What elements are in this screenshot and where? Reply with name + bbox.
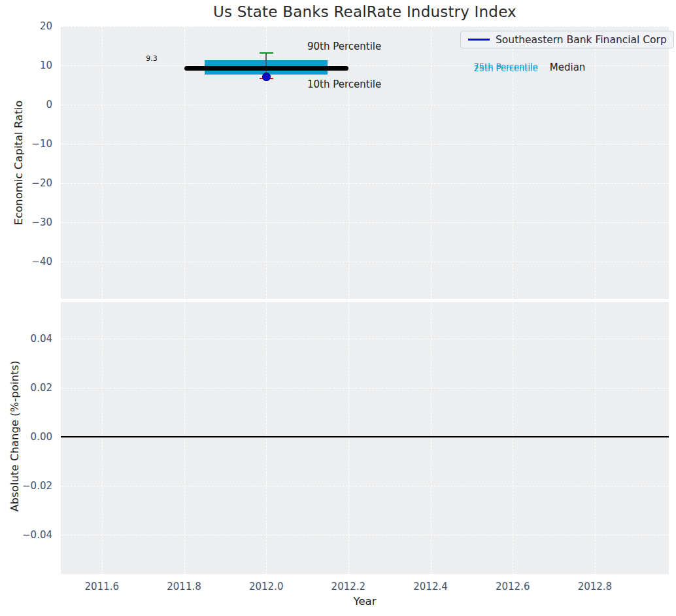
- annotation-90th-percentile: 90th Percentile: [307, 41, 381, 52]
- annotation-median: Median: [550, 61, 586, 73]
- grid-line-vertical: [102, 26, 103, 299]
- x-tick-label: 2012.8: [578, 581, 613, 592]
- legend: Southeastern Bank Financial Corp: [460, 31, 674, 48]
- y-tick-label: 0.02: [31, 382, 52, 394]
- grid-line-vertical: [431, 302, 431, 574]
- figure: Us State Banks RealRate Industry Index E…: [0, 0, 676, 616]
- grid-line-vertical: [595, 26, 596, 299]
- grid-line-vertical: [595, 302, 596, 574]
- grid-line-horizontal: [61, 222, 669, 223]
- y-tick-label: 0: [46, 99, 52, 111]
- chart-title: Us State Banks RealRate Industry Index: [61, 3, 669, 20]
- y-axis-label-bottom: Absolute Change (%-points): [8, 361, 21, 512]
- company-marker-dot: [262, 73, 271, 81]
- y-tick-label: −30: [31, 216, 52, 228]
- x-tick-label: 2011.8: [167, 581, 201, 592]
- zero-line: [61, 436, 669, 437]
- grid-line-vertical: [184, 302, 185, 574]
- grid-line-vertical: [513, 302, 513, 574]
- grid-line-horizontal: [61, 535, 669, 536]
- grid-line-horizontal: [61, 105, 669, 105]
- y-tick-label: −0.02: [22, 480, 52, 492]
- y-tick-label: 0.04: [31, 333, 52, 345]
- grid-line-horizontal: [61, 183, 669, 184]
- whisker-cap-90th: [260, 52, 273, 54]
- median-line: [184, 66, 348, 71]
- legend-line-sample: [468, 39, 490, 41]
- grid-line-vertical: [348, 302, 349, 574]
- bottom-subplot: [61, 302, 669, 574]
- annotation-10th-percentile: 10th Percentile: [307, 78, 381, 90]
- y-tick-label: −20: [31, 177, 52, 189]
- x-tick-label: 2012.2: [331, 581, 366, 592]
- y-axis-label-top: Economic Capital Ratio: [12, 101, 25, 226]
- x-tick-label: 2011.6: [85, 581, 120, 592]
- grid-line-horizontal: [61, 144, 669, 145]
- top-subplot: 90th Percentile10th Percentile75th Perce…: [61, 26, 669, 299]
- grid-line-horizontal: [61, 262, 669, 262]
- y-tick-label: 20: [40, 20, 52, 32]
- legend-label: Southeastern Bank Financial Corp: [496, 34, 667, 46]
- y-tick-label: 10: [40, 60, 52, 71]
- y-tick-label: 0.00: [31, 431, 52, 443]
- grid-line-horizontal: [61, 486, 669, 487]
- grid-line-vertical: [266, 302, 267, 574]
- grid-line-horizontal: [61, 388, 669, 388]
- grid-line-vertical: [102, 302, 103, 574]
- grid-line-horizontal: [61, 26, 669, 27]
- grid-line-vertical: [348, 26, 349, 299]
- x-axis-label: Year: [61, 595, 669, 607]
- y-tick-label: −40: [31, 256, 52, 267]
- annotation-9-3: 9.3: [146, 54, 158, 62]
- grid-line-horizontal: [61, 339, 669, 339]
- x-tick-label: 2012.6: [496, 581, 530, 592]
- grid-line-vertical: [431, 26, 431, 299]
- y-tick-label: −0.04: [22, 529, 52, 541]
- x-tick-label: 2012.4: [413, 581, 448, 592]
- y-tick-label: −10: [31, 138, 52, 150]
- x-tick-label: 2012.0: [249, 581, 284, 592]
- annotation-25th-percentile: 25th Percentile: [474, 63, 538, 73]
